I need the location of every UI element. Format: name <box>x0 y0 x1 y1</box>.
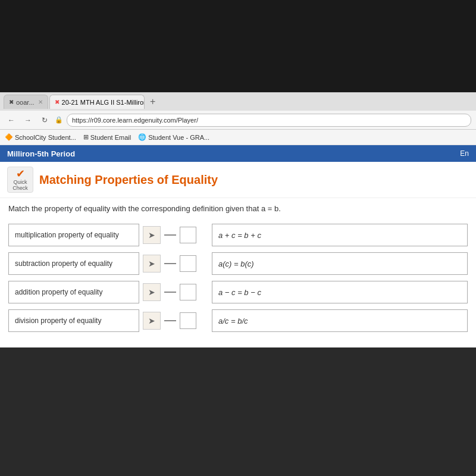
bookmark-schoolcity[interactable]: 🔶 SchoolCity Student... <box>5 133 76 141</box>
tab-other-icon: ✖ <box>9 99 14 105</box>
tab-other-label: ooar... <box>16 99 35 106</box>
address-input[interactable]: https://r09.core.learn.edgenuity.com/Pla… <box>67 114 471 127</box>
bookmark-studentvue-label: Student Vue - GRA... <box>148 134 209 141</box>
bookmarks-bar: 🔶 SchoolCity Student... ⊞ Student Email … <box>0 130 476 145</box>
tab-other[interactable]: ✖ ooar... ✕ <box>4 95 48 109</box>
bookmark-schoolcity-icon: 🔶 <box>5 133 13 141</box>
bookmark-studentvue[interactable]: 🌐 Student Vue - GRA... <box>138 133 209 141</box>
table-row: multiplication property of equality ➤ a … <box>8 224 468 246</box>
connector-row4 <box>164 320 176 321</box>
lock-icon: 🔒 <box>55 116 63 124</box>
left-label-row2: subtraction property of equality <box>8 252 139 275</box>
instructions: Match the property of equality with the … <box>0 198 476 219</box>
content-area: ✔ QuickCheck Matching Properties of Equa… <box>0 162 476 347</box>
left-label-row1: multiplication property of equality <box>8 224 139 246</box>
bookmark-schoolcity-label: SchoolCity Student... <box>15 134 76 141</box>
quick-check-badge: ✔ QuickCheck <box>7 167 33 193</box>
new-tab-button[interactable]: + <box>146 95 160 109</box>
tab-active-label: 20-21 MTH ALG II S1-Milliron-5t... <box>62 99 145 106</box>
checkbox-row2[interactable] <box>180 255 196 272</box>
quick-check-label: QuickCheck <box>12 179 28 191</box>
bottom-bezel <box>0 347 476 466</box>
arrow-icon-row3: ➤ <box>148 287 155 297</box>
bookmark-email-label: Student Email <box>90 134 131 141</box>
connector-row3 <box>164 292 176 293</box>
left-label-row3: addition property of equality <box>8 281 139 303</box>
table-row: addition property of equality ➤ a − c = … <box>8 281 468 303</box>
bookmark-studentvue-icon: 🌐 <box>138 133 146 141</box>
matching-container: multiplication property of equality ➤ a … <box>0 219 476 347</box>
right-label-row1: a + c = b + c <box>212 224 468 246</box>
address-bar-row: ← → ↻ 🔒 https://r09.core.learn.edgenuity… <box>0 111 476 130</box>
arrow-icon-row4: ➤ <box>148 316 155 325</box>
bookmark-email[interactable]: ⊞ Student Email <box>83 133 131 141</box>
browser-chrome: ✖ ooar... ✕ ✖ 20-21 MTH ALG II S1-Millir… <box>0 92 476 145</box>
top-bezel <box>0 0 476 92</box>
refresh-button[interactable]: ↻ <box>38 114 51 127</box>
forward-button[interactable]: → <box>21 114 35 127</box>
tab-other-close[interactable]: ✕ <box>38 99 43 105</box>
arrow-icon-row1: ➤ <box>148 230 155 240</box>
arrow-button-row4[interactable]: ➤ <box>143 312 161 330</box>
connector-row2 <box>164 263 176 264</box>
app-header-right: En <box>460 149 469 158</box>
arrow-button-row3[interactable]: ➤ <box>143 283 161 301</box>
checkbox-row4[interactable] <box>180 312 196 329</box>
tab-active-icon: ✖ <box>55 99 60 105</box>
left-label-row4: division property of equality <box>8 309 139 332</box>
tab-active[interactable]: ✖ 20-21 MTH ALG II S1-Milliron-5t... ✕ <box>49 95 145 109</box>
tab-bar: ✖ ooar... ✕ ✖ 20-21 MTH ALG II S1-Millir… <box>0 93 476 111</box>
right-label-row3: a − c = b − c <box>212 281 468 303</box>
checkbox-row3[interactable] <box>180 284 196 300</box>
arrow-button-row1[interactable]: ➤ <box>143 226 161 244</box>
right-label-row2: a(c) = b(c) <box>212 252 468 275</box>
checkbox-row1[interactable] <box>180 227 196 243</box>
app-header: Milliron-5th Period En <box>0 145 476 162</box>
instructions-text: Match the property of equality with the … <box>8 204 281 213</box>
back-button[interactable]: ← <box>5 114 18 127</box>
connector-row1 <box>164 234 176 236</box>
app-header-title: Milliron-5th Period <box>7 149 460 158</box>
table-row: division property of equality ➤ a/c = b/… <box>8 309 468 332</box>
right-label-row4: a/c = b/c <box>212 309 468 332</box>
arrow-icon-row2: ➤ <box>148 259 155 268</box>
table-row: subtraction property of equality ➤ a(c) … <box>8 252 468 275</box>
activity-title: Matching Properties of Equality <box>39 173 218 187</box>
activity-header: ✔ QuickCheck Matching Properties of Equa… <box>0 162 476 198</box>
address-text: https://r09.core.learn.edgenuity.com/Pla… <box>72 117 198 124</box>
arrow-button-row2[interactable]: ➤ <box>143 255 161 273</box>
checkmark-icon: ✔ <box>16 168 25 179</box>
bookmark-email-icon: ⊞ <box>83 133 89 141</box>
